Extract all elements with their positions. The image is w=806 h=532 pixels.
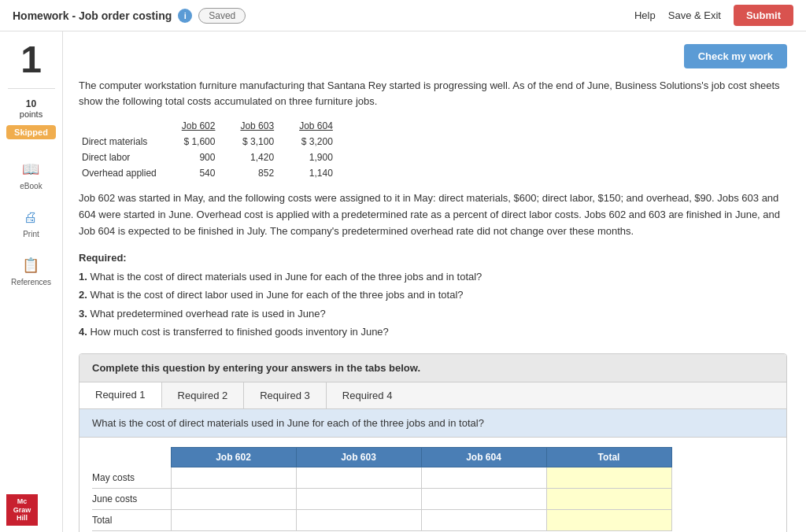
print-icon-item[interactable]: 🖨 Print xyxy=(20,206,42,238)
footer-logo: Mc Graw Hill xyxy=(6,494,38,526)
info-icon[interactable]: i xyxy=(178,9,192,23)
may-job604-input[interactable] xyxy=(422,471,546,485)
sidebar-icons: 📖 eBook 🖨 Print 📋 References xyxy=(11,158,51,286)
row-label: Overhead applied xyxy=(79,165,169,181)
total-job603-cell xyxy=(296,510,421,531)
check-btn-row: Check my work xyxy=(79,44,787,68)
june-job602-cell xyxy=(171,489,296,510)
top-nav: Homework - Job order costing i Saved Hel… xyxy=(0,0,806,31)
logo-line3: Hill xyxy=(17,514,28,523)
row-job602: $ 1,600 xyxy=(169,134,228,150)
may-total-input[interactable] xyxy=(547,471,671,485)
skipped-badge: Skipped xyxy=(6,125,56,139)
tab-question: What is the cost of direct materials use… xyxy=(79,409,786,438)
cost-header-label xyxy=(79,118,169,134)
intro-text: The computer workstation furniture manuf… xyxy=(79,78,787,109)
top-nav-right: Help Save & Exit Submit xyxy=(634,5,793,26)
cost-table: Job 602 Job 603 Job 604 Direct materials… xyxy=(79,118,346,181)
row-job602: 900 xyxy=(169,150,228,165)
tabs-row: Required 1 Required 2 Required 3 Require… xyxy=(79,382,786,409)
ebook-icon-item[interactable]: 📖 eBook xyxy=(20,158,42,190)
table-row: Overhead applied 540 852 1,140 xyxy=(79,165,346,181)
total-job603-input[interactable] xyxy=(297,513,421,527)
req-item-1: 1. What is the cost of direct materials … xyxy=(79,271,482,283)
total-job604-cell xyxy=(421,510,546,531)
entry-header-job602: Job 602 xyxy=(171,448,296,467)
table-row: June costs xyxy=(92,489,671,510)
tab-required-2[interactable]: Required 2 xyxy=(162,382,245,408)
references-icon-item[interactable]: 📋 References xyxy=(11,254,51,286)
row-job604: 1,140 xyxy=(287,165,346,181)
may-total-cell xyxy=(546,467,671,489)
submit-button[interactable]: Submit xyxy=(734,5,793,26)
table-row: Direct materials $ 1,600 $ 3,100 $ 3,200 xyxy=(79,134,346,150)
print-icon: 🖨 xyxy=(20,206,42,228)
mcgrawhill-logo: Mc Graw Hill xyxy=(6,494,38,526)
tab-required-1[interactable]: Required 1 xyxy=(79,382,162,408)
may-job603-input[interactable] xyxy=(297,471,421,485)
total-job604-input[interactable] xyxy=(422,513,546,527)
req-item-3: 3. What predetermined overhead rate is u… xyxy=(79,308,326,320)
help-button[interactable]: Help xyxy=(634,9,656,21)
table-row: May costs xyxy=(92,467,671,489)
save-exit-button[interactable]: Save & Exit xyxy=(668,9,721,21)
june-job603-input[interactable] xyxy=(297,492,421,506)
total-total-input[interactable] xyxy=(547,513,671,527)
may-job602-input[interactable] xyxy=(172,471,296,485)
req-item-2: 2. What is the cost of direct labor used… xyxy=(79,289,464,301)
row-job602: 540 xyxy=(169,165,228,181)
row-label: Direct labor xyxy=(79,150,169,165)
ebook-label: eBook xyxy=(20,182,42,190)
cost-header-job602: Job 602 xyxy=(169,118,228,134)
points-section: 10 points xyxy=(20,98,43,119)
logo-line1: Mc xyxy=(17,497,28,506)
may-job604-cell xyxy=(421,467,546,489)
tab-content: What is the cost of direct materials use… xyxy=(79,409,786,532)
page-title: Homework - Job order costing xyxy=(13,9,172,22)
content-area: Check my work The computer workstation f… xyxy=(63,31,806,532)
total-label: Total xyxy=(92,510,171,531)
check-my-work-button[interactable]: Check my work xyxy=(684,44,787,68)
sidebar: 1 10 points Skipped 📖 eBook 🖨 Print 📋 Re… xyxy=(0,31,63,532)
row-job603: $ 3,100 xyxy=(227,134,287,150)
main-layout: 1 10 points Skipped 📖 eBook 🖨 Print 📋 Re… xyxy=(0,31,806,532)
table-row: Total xyxy=(92,510,671,531)
total-job602-input[interactable] xyxy=(172,513,296,527)
total-job602-cell xyxy=(171,510,296,531)
required-section: Required: 1. What is the cost of direct … xyxy=(79,249,787,341)
references-icon: 📋 xyxy=(20,254,42,276)
references-label: References xyxy=(11,278,51,286)
june-job602-input[interactable] xyxy=(172,492,296,506)
divider xyxy=(8,88,55,89)
ebook-icon: 📖 xyxy=(20,158,42,180)
june-job604-cell xyxy=(421,489,546,510)
may-costs-label: May costs xyxy=(92,467,171,489)
tab-required-4[interactable]: Required 4 xyxy=(327,382,409,408)
june-job604-input[interactable] xyxy=(422,492,546,506)
june-total-input[interactable] xyxy=(547,492,671,506)
description-text: Job 602 was started in May, and the foll… xyxy=(79,190,787,239)
points-sub: points xyxy=(20,109,43,119)
june-total-cell xyxy=(546,489,671,510)
cost-header-job603: Job 603 xyxy=(227,118,287,134)
june-costs-label: June costs xyxy=(92,489,171,510)
entry-header-job603: Job 603 xyxy=(296,448,421,467)
table-row: Direct labor 900 1,420 1,900 xyxy=(79,150,346,165)
tab-container: Complete this question by entering your … xyxy=(79,353,787,532)
top-nav-left: Homework - Job order costing i Saved xyxy=(13,8,246,24)
data-table-wrapper: Job 602 Job 603 Job 604 Total May costs xyxy=(79,438,786,532)
question-number: 1 xyxy=(20,41,42,79)
tab-required-3[interactable]: Required 3 xyxy=(244,382,327,408)
may-job602-cell xyxy=(171,467,296,489)
req-item-4: 4. How much cost is transferred to finis… xyxy=(79,326,389,338)
row-job604: 1,900 xyxy=(287,150,346,165)
data-entry-table: Job 602 Job 603 Job 604 Total May costs xyxy=(92,447,672,531)
required-title: Required: xyxy=(79,252,127,264)
points-label: 10 xyxy=(20,98,43,109)
row-job603: 852 xyxy=(227,165,287,181)
row-job604: $ 3,200 xyxy=(287,134,346,150)
entry-header-job604: Job 604 xyxy=(421,448,546,467)
june-job603-cell xyxy=(296,489,421,510)
may-job603-cell xyxy=(296,467,421,489)
row-job603: 1,420 xyxy=(227,150,287,165)
